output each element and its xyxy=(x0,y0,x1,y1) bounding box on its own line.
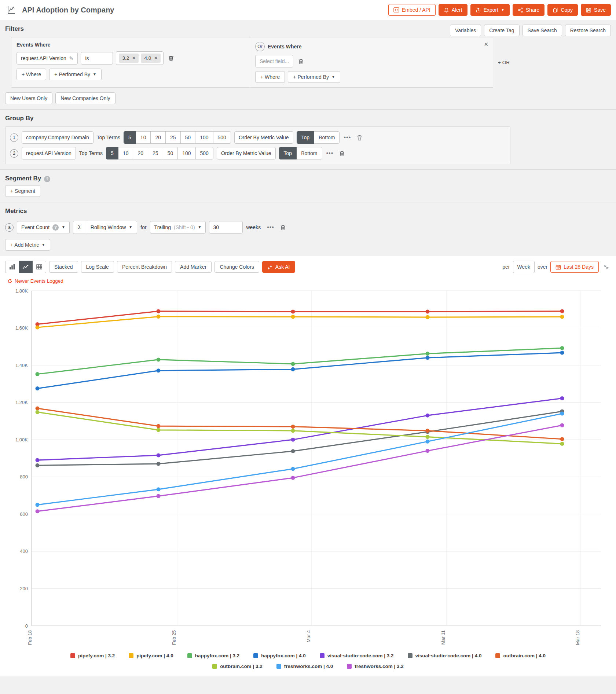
delete-group-button[interactable] xyxy=(337,149,346,158)
data-point[interactable] xyxy=(426,449,430,453)
sigma-aggregate-button[interactable]: Σ xyxy=(73,221,86,234)
filter-value-chip[interactable]: 3.2✕ xyxy=(119,54,139,63)
data-point[interactable] xyxy=(157,368,161,372)
term-count-button[interactable]: 25 xyxy=(148,147,163,159)
close-icon[interactable]: ✕ xyxy=(484,41,488,48)
data-point[interactable] xyxy=(157,487,161,491)
more-options-icon[interactable]: ••• xyxy=(343,134,352,141)
date-range-button[interactable]: Last 28 Days xyxy=(550,261,599,273)
data-point[interactable] xyxy=(157,453,161,457)
term-count-button[interactable]: 500 xyxy=(195,147,213,159)
more-options-icon[interactable]: ••• xyxy=(266,224,275,231)
term-count-button[interactable]: 20 xyxy=(133,147,148,159)
interval-selector[interactable]: Week xyxy=(513,261,535,273)
legend-item[interactable]: happyfox.com | 3.2 xyxy=(187,653,240,658)
data-point[interactable] xyxy=(291,315,295,319)
data-point[interactable] xyxy=(560,423,564,427)
share-button[interactable]: Share xyxy=(513,4,544,16)
data-point[interactable] xyxy=(36,386,40,390)
filters-action-button[interactable]: Save Search xyxy=(522,25,562,36)
export-button[interactable]: Export▼ xyxy=(470,4,510,16)
aggregation-selector[interactable]: Rolling Window▼ xyxy=(86,221,137,234)
filters-action-button[interactable]: Create Tag xyxy=(484,25,519,36)
chart-option-button[interactable]: Add Marker xyxy=(175,261,212,273)
filter-operator-selector[interactable]: is xyxy=(81,52,113,65)
data-point[interactable] xyxy=(36,503,40,507)
term-count-button[interactable]: 100 xyxy=(177,147,195,159)
chart-option-button[interactable]: Log Scale xyxy=(81,261,114,273)
data-point[interactable] xyxy=(291,425,295,429)
remove-value-icon[interactable]: ✕ xyxy=(154,56,157,60)
term-count-button[interactable]: 5 xyxy=(124,131,136,144)
filters-action-button[interactable]: Restore Search xyxy=(565,25,611,36)
term-count-button[interactable]: 100 xyxy=(195,131,213,144)
data-point[interactable] xyxy=(426,429,430,433)
data-point[interactable] xyxy=(36,406,40,410)
legend-item[interactable]: freshworks.com | 3.2 xyxy=(347,664,404,669)
data-point[interactable] xyxy=(291,449,295,453)
alert-button[interactable]: Alert xyxy=(439,4,467,16)
data-point[interactable] xyxy=(157,357,161,361)
data-point[interactable] xyxy=(560,441,564,445)
metric-type-selector[interactable]: Event Count ? ▼ xyxy=(17,221,70,234)
chart-option-button[interactable]: Percent Breakdown xyxy=(117,261,172,273)
line-chart-icon[interactable] xyxy=(19,261,33,273)
data-point[interactable] xyxy=(426,413,430,417)
add-where-button[interactable]: + Where xyxy=(16,69,46,80)
data-point[interactable] xyxy=(560,309,564,313)
data-point[interactable] xyxy=(291,437,295,441)
copy-button[interactable]: Copy xyxy=(547,4,578,16)
data-point[interactable] xyxy=(560,437,564,441)
table-icon[interactable] xyxy=(32,261,46,273)
help-icon[interactable]: ? xyxy=(44,176,50,182)
data-point[interactable] xyxy=(157,309,161,313)
filter-value-chip[interactable]: 4.0✕ xyxy=(141,54,161,63)
data-point[interactable] xyxy=(157,424,161,428)
data-point[interactable] xyxy=(426,439,430,443)
filters-action-button[interactable]: Variables xyxy=(450,25,481,36)
order-direction-button[interactable]: Top xyxy=(297,131,315,144)
data-point[interactable] xyxy=(291,429,295,433)
data-point[interactable] xyxy=(291,475,295,480)
group-field-selector[interactable]: company.Company Domain xyxy=(22,131,94,144)
add-performed-by-button[interactable]: + Performed By▼ xyxy=(49,69,102,80)
data-point[interactable] xyxy=(36,410,40,414)
window-value-input[interactable] xyxy=(209,221,243,234)
chart-option-button[interactable]: Change Colors xyxy=(214,261,259,273)
quick-filter-button[interactable]: New Companies Only xyxy=(55,92,115,104)
order-direction-button[interactable]: Bottom xyxy=(314,131,340,144)
term-count-button[interactable]: 50 xyxy=(163,147,178,159)
save-button[interactable]: Save xyxy=(581,4,611,16)
group-field-selector[interactable]: request.API Version xyxy=(22,147,76,159)
term-count-button[interactable]: 25 xyxy=(165,131,181,144)
data-point[interactable] xyxy=(560,411,564,415)
data-point[interactable] xyxy=(36,325,40,329)
bar-chart-icon[interactable] xyxy=(5,261,19,273)
data-point[interactable] xyxy=(560,396,564,400)
delete-group-button[interactable] xyxy=(355,133,364,142)
legend-item[interactable]: pipefy.com | 3.2 xyxy=(70,653,115,658)
legend-item[interactable]: visual-studio-code.com | 3.2 xyxy=(320,653,394,658)
data-point[interactable] xyxy=(36,509,40,513)
data-point[interactable] xyxy=(157,315,161,319)
term-count-button[interactable]: 5 xyxy=(106,147,118,159)
add-or-button[interactable]: + OR xyxy=(498,60,510,65)
data-point[interactable] xyxy=(291,467,295,471)
order-direction-button[interactable]: Bottom xyxy=(296,147,322,159)
data-point[interactable] xyxy=(157,494,161,498)
order-direction-button[interactable]: Top xyxy=(279,147,297,159)
remove-value-icon[interactable]: ✕ xyxy=(132,56,135,60)
data-point[interactable] xyxy=(426,352,430,356)
term-count-button[interactable]: 10 xyxy=(136,131,151,144)
line-chart[interactable]: 02004006008001.00K1.20K1.40K1.60K1.80KFe… xyxy=(5,285,611,650)
legend-item[interactable]: freshworks.com | 4.0 xyxy=(276,664,333,669)
add-segment-button[interactable]: + Segment xyxy=(5,185,40,197)
quick-filter-button[interactable]: New Users Only xyxy=(5,92,52,104)
embed-api-button[interactable]: Embed / API xyxy=(388,4,436,16)
order-by-selector[interactable]: Order By Metric Value xyxy=(234,131,293,144)
legend-item[interactable]: happyfox.com | 4.0 xyxy=(253,653,306,658)
term-count-button[interactable]: 10 xyxy=(118,147,133,159)
data-point[interactable] xyxy=(560,350,564,355)
data-point[interactable] xyxy=(426,356,430,360)
order-by-selector[interactable]: Order By Metric Value xyxy=(217,147,276,159)
